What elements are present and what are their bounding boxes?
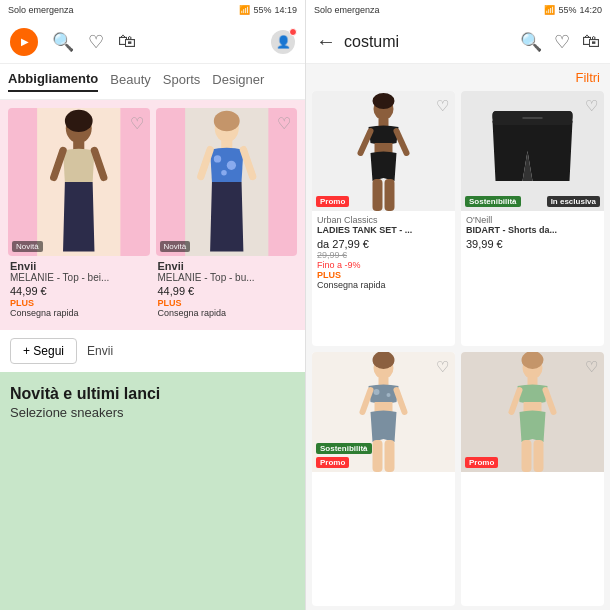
product-grid-left: ♡ Novità Envii MELANIE - Top - bei... 44…	[0, 100, 305, 330]
brand-right-2: O'Neill	[466, 215, 599, 225]
product-image-right-4: ♡ Promo	[461, 352, 604, 472]
product-card-right-4[interactable]: ♡ Promo	[461, 352, 604, 607]
svg-point-6	[213, 111, 239, 131]
product-image-right-2: ♡ Sostenibilità In esclusiva	[461, 91, 604, 211]
discount-1: Fino a -9%	[317, 260, 450, 270]
heart-icon-right-nav[interactable]: ♡	[554, 31, 570, 53]
plus-2: PLUS	[158, 298, 296, 308]
novita-title: Novità e ultimi lanci	[10, 384, 295, 403]
svg-point-26	[374, 389, 380, 395]
status-bar-left: Solo emergenza 📶 55% 14:19	[0, 0, 305, 20]
product-image-2: ♡ Novità	[156, 108, 298, 256]
wishlist-icon-1[interactable]: ♡	[130, 114, 144, 133]
tab-sports[interactable]: Sports	[163, 72, 201, 91]
svg-rect-37	[534, 440, 544, 472]
promo-badge-1: Promo	[316, 196, 349, 207]
svg-point-9	[226, 161, 235, 170]
back-button[interactable]: ←	[316, 30, 336, 53]
svg-point-13	[373, 93, 395, 109]
name-2: MELANIE - Top - bu...	[158, 272, 296, 283]
product-card-right-2[interactable]: ♡ Sostenibilità In esclusiva O'Neill BID…	[461, 91, 604, 346]
product-image-right-1: ♡ Promo	[312, 91, 455, 211]
filtri-area: Filtri	[306, 64, 610, 87]
wishlist-right-3[interactable]: ♡	[436, 358, 449, 376]
wifi-icon-left: 📶	[239, 5, 250, 15]
name-1: MELANIE - Top - bei...	[10, 272, 148, 283]
wishlist-right-2[interactable]: ♡	[585, 97, 598, 115]
product-card-right-3[interactable]: ♡ Promo Sostenibilità	[312, 352, 455, 607]
svg-rect-36	[522, 440, 532, 472]
consegna-right-1: Consegna rapida	[317, 280, 450, 290]
svg-rect-16	[373, 179, 383, 211]
follow-brand-label: Envii	[87, 344, 113, 358]
filtri-button[interactable]: Filtri	[575, 70, 600, 85]
battery-left: 55%	[253, 5, 271, 15]
promo-badge-3: Promo	[316, 457, 349, 468]
time-left: 14:19	[274, 5, 297, 15]
brand-right-1: Urban Classics	[317, 215, 450, 225]
price-old-1: 29,99 €	[317, 250, 450, 260]
plus-right-1: PLUS	[317, 270, 450, 280]
tab-abbigliamento[interactable]: Abbigliamento	[8, 71, 98, 92]
follow-area: + Segui Envii	[0, 330, 305, 372]
info-right-2: O'Neill BIDART - Shorts da... 39,99 €	[461, 211, 604, 346]
product-image-right-3: ♡ Promo Sostenibilità	[312, 352, 455, 472]
wifi-icon-right: 📶	[544, 5, 555, 15]
search-icon[interactable]: 🔍	[52, 31, 74, 53]
heart-nav-icon[interactable]: ♡	[88, 31, 104, 53]
wishlist-right-1[interactable]: ♡	[436, 97, 449, 115]
product-row-1: ♡ Promo Urban Classics LADIES TANK SET -…	[312, 91, 604, 346]
product-card-1[interactable]: ♡ Novità Envii MELANIE - Top - bei... 44…	[8, 108, 150, 322]
promo-badge-4: Promo	[465, 457, 498, 468]
right-top-nav: ← costumi 🔍 ♡ 🛍	[306, 20, 610, 64]
name-right-2: BIDART - Shorts da...	[466, 225, 599, 236]
svg-rect-29	[373, 440, 383, 472]
search-title: costumi	[344, 33, 512, 51]
product-card-2[interactable]: ♡ Novità Envii MELANIE - Top - bu... 44,…	[156, 108, 298, 322]
svg-point-2	[65, 110, 93, 132]
price-1: 44,99 €	[10, 285, 148, 297]
svg-rect-17	[385, 179, 395, 211]
novita-badge-2: Novità	[160, 241, 191, 252]
play-button[interactable]	[10, 28, 38, 56]
tab-designer[interactable]: Designer	[212, 72, 264, 91]
time-right: 14:20	[579, 5, 602, 15]
info-right-3	[312, 472, 455, 607]
product-image-1: ♡ Novità	[8, 108, 150, 256]
search-icon-right[interactable]: 🔍	[520, 31, 542, 53]
bag-icon-right[interactable]: 🛍	[582, 31, 600, 52]
sostenibilita-badge-2: Sostenibilità	[465, 196, 521, 207]
status-bar-right: Solo emergenza 📶 55% 14:20	[306, 0, 610, 20]
brand-1: Envii	[10, 260, 148, 272]
status-emergency-right: Solo emergenza	[314, 5, 380, 15]
battery-right: 55%	[558, 5, 576, 15]
consegna-1: Consegna rapida	[10, 308, 148, 318]
follow-button[interactable]: + Segui	[10, 338, 77, 364]
wishlist-right-4[interactable]: ♡	[585, 358, 598, 376]
product-info-2: Envii MELANIE - Top - bu... 44,99 € PLUS…	[156, 256, 298, 322]
bag-icon[interactable]: 🛍	[118, 31, 136, 52]
notification-dot	[289, 28, 297, 36]
novita-section: Novità e ultimi lanci Selezione sneakers	[0, 372, 305, 610]
product-info-1: Envii MELANIE - Top - bei... 44,99 € PLU…	[8, 256, 150, 322]
product-grid-right: ♡ Promo Urban Classics LADIES TANK SET -…	[306, 87, 610, 610]
product-row-2: ♡ Promo Sostenibilità	[312, 352, 604, 607]
svg-point-27	[387, 393, 391, 397]
status-emergency-left: Solo emergenza	[8, 5, 74, 15]
consegna-2: Consegna rapida	[158, 308, 296, 318]
left-top-nav: 🔍 ♡ 🛍 👤	[0, 20, 305, 64]
price-right-2: 39,99 €	[466, 238, 599, 250]
name-right-1: LADIES TANK SET - ...	[317, 225, 450, 236]
category-tabs: Abbigliamento Beauty Sports Designer	[0, 64, 305, 100]
product-card-right-1[interactable]: ♡ Promo Urban Classics LADIES TANK SET -…	[312, 91, 455, 346]
esclusiva-badge-2: In esclusiva	[547, 196, 600, 207]
price-right-1: da 27,99 €	[317, 238, 450, 250]
tab-beauty[interactable]: Beauty	[110, 72, 150, 91]
svg-rect-30	[385, 440, 395, 472]
svg-point-8	[213, 155, 220, 162]
price-2: 44,99 €	[158, 285, 296, 297]
wishlist-icon-2[interactable]: ♡	[277, 114, 291, 133]
novita-badge-1: Novità	[12, 241, 43, 252]
brand-2: Envii	[158, 260, 296, 272]
profile-area[interactable]: 👤	[271, 30, 295, 54]
